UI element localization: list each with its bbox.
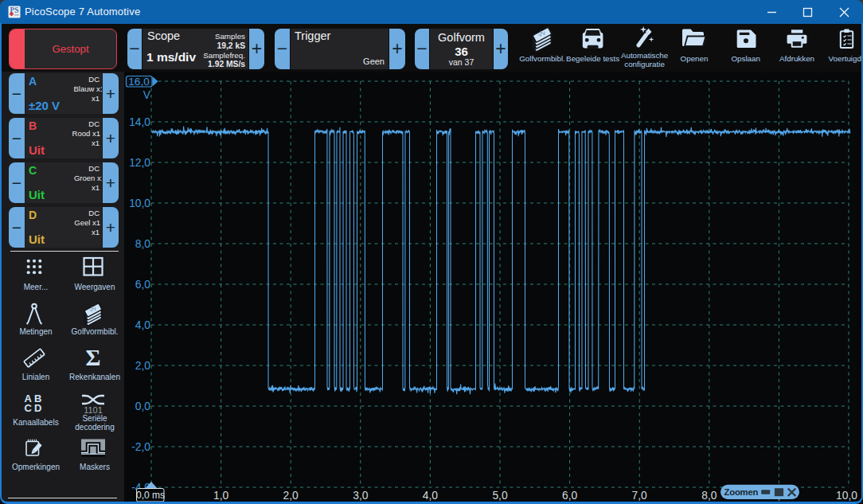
- svg-text:Zoomen: Zoomen: [724, 487, 759, 497]
- svg-text:14,0: 14,0: [129, 116, 150, 128]
- svg-text:configuratie: configuratie: [624, 60, 665, 68]
- svg-text:12,0: 12,0: [129, 157, 150, 169]
- svg-text:7,0: 7,0: [632, 490, 648, 502]
- svg-text:6,0: 6,0: [135, 279, 151, 291]
- svg-text:16,0: 16,0: [128, 76, 149, 88]
- svg-text:4,0: 4,0: [135, 319, 151, 331]
- svg-text:Openen: Openen: [681, 54, 709, 63]
- svg-text:0,0: 0,0: [135, 400, 151, 412]
- svg-text:Σ: Σ: [86, 345, 101, 370]
- svg-text:8,0: 8,0: [701, 490, 717, 502]
- svg-text:1101: 1101: [84, 405, 103, 415]
- svg-text:Automatische: Automatische: [621, 51, 669, 60]
- svg-text:0,0 ms: 0,0 ms: [136, 490, 165, 501]
- svg-text:2,0: 2,0: [283, 490, 299, 502]
- svg-text:Afdrukken: Afdrukken: [779, 54, 814, 63]
- svg-text:CD: CD: [25, 402, 45, 414]
- svg-text:V: V: [143, 89, 151, 101]
- svg-text:10,0: 10,0: [836, 490, 857, 502]
- svg-text:4,0: 4,0: [423, 490, 439, 502]
- svg-text:6,0: 6,0: [562, 490, 578, 502]
- svg-text:2,0: 2,0: [135, 360, 151, 372]
- svg-text:-2,0: -2,0: [131, 441, 150, 453]
- svg-text:3,0: 3,0: [353, 490, 369, 502]
- svg-text:1,0: 1,0: [213, 490, 229, 502]
- svg-text:10,0: 10,0: [129, 197, 150, 209]
- svg-text:Opslaan: Opslaan: [731, 54, 760, 63]
- svg-text:Begeleide tests: Begeleide tests: [566, 54, 619, 63]
- svg-text:5,0: 5,0: [492, 490, 508, 502]
- svg-text:Voertuigdat: Voertuigdat: [829, 54, 863, 63]
- svg-text:8,0: 8,0: [135, 238, 151, 250]
- svg-text:Golfvormbibl.: Golfvormbibl.: [519, 54, 565, 63]
